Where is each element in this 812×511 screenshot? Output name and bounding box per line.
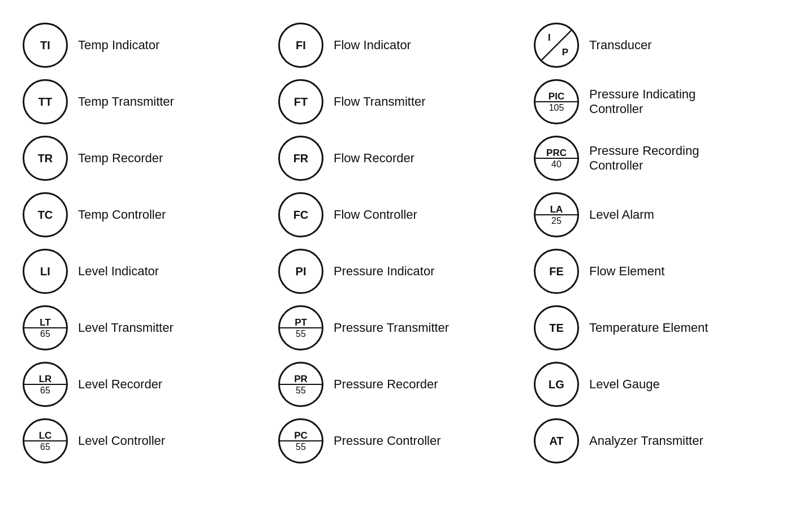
symbol-TE: TE xyxy=(534,305,579,350)
symbol-bottom-PRC: 40 xyxy=(551,160,562,169)
symbol-top-LC: LC xyxy=(39,431,52,440)
symbol-top-LT: LT xyxy=(40,318,51,327)
symbol-TI: TI xyxy=(23,23,68,68)
symbol-PT: PT55 xyxy=(278,305,323,350)
label-TT: Temp Transmitter xyxy=(78,94,174,109)
symbol-text-TE: TE xyxy=(549,322,564,334)
symbol-text-FR: FR xyxy=(293,153,309,164)
symbol-top-LR: LR xyxy=(39,374,52,384)
symbol-PR: PR55 xyxy=(278,362,323,407)
row-LT: LT65Level Transmitter xyxy=(23,300,278,356)
symbol-TT: TT xyxy=(23,79,68,124)
symbol-LC: LC65 xyxy=(23,418,68,464)
symbol-top-PIC: PIC xyxy=(548,92,564,101)
symbol-top-PC: PC xyxy=(294,431,308,440)
symbol-bottom-PR: 55 xyxy=(296,386,306,395)
row-IP: IPTransducer xyxy=(534,17,789,73)
symbol-top-PRC: PRC xyxy=(546,148,567,158)
row-LR: LR65Level Recorder xyxy=(23,356,278,413)
symbol-top-PR: PR xyxy=(294,374,308,384)
symbol-text-TR: TR xyxy=(38,153,53,164)
row-FE: FEFlow Element xyxy=(534,243,789,300)
row-FR: FRFlow Recorder xyxy=(278,130,534,187)
label-TI: Temp Indicator xyxy=(78,38,159,53)
symbol-IP: IP xyxy=(534,23,579,68)
row-TC: TCTemp Controller xyxy=(23,187,278,243)
row-FT: FTFlow Transmitter xyxy=(278,73,534,130)
symbol-PI: PI xyxy=(278,249,323,294)
symbol-text-AT: AT xyxy=(549,435,563,447)
symbol-bottom-LC: 65 xyxy=(40,443,50,452)
label-TR: Temp Recorder xyxy=(78,151,163,166)
row-TR: TRTemp Recorder xyxy=(23,130,278,187)
label-PRC: Pressure RecordingController xyxy=(589,144,699,174)
symbol-FE: FE xyxy=(534,249,579,294)
symbol-PC: PC55 xyxy=(278,418,323,464)
label-FE: Flow Element xyxy=(589,264,664,279)
symbol-TC: TC xyxy=(23,192,68,237)
column-1: TITemp IndicatorTTTemp TransmitterTRTemp… xyxy=(23,17,278,469)
symbol-AT: AT xyxy=(534,418,579,464)
symbol-FR: FR xyxy=(278,136,323,181)
row-FC: FCFlow Controller xyxy=(278,187,534,243)
label-LC: Level Controller xyxy=(78,434,165,448)
row-AT: ATAnalyzer Transmitter xyxy=(534,413,789,469)
symbol-FI: FI xyxy=(278,23,323,68)
symbol-LT: LT65 xyxy=(23,305,68,350)
symbol-FC: FC xyxy=(278,192,323,237)
symbol-top-PT: PT xyxy=(295,318,307,327)
row-PR: PR55Pressure Recorder xyxy=(278,356,534,413)
symbol-text-FT: FT xyxy=(294,96,308,107)
row-LA: LA25Level Alarm xyxy=(534,187,789,243)
symbol-text-LG: LG xyxy=(548,379,564,390)
symbol-bottom-PIC: 105 xyxy=(549,103,564,112)
label-LI: Level Indicator xyxy=(78,264,159,279)
symbol-bottom-LT: 65 xyxy=(40,330,50,339)
symbol-PRC: PRC40 xyxy=(534,136,579,181)
label-LG: Level Gauge xyxy=(589,377,660,392)
row-PRC: PRC40Pressure RecordingController xyxy=(534,130,789,187)
row-TI: TITemp Indicator xyxy=(23,17,278,73)
label-FI: Flow Indicator xyxy=(334,38,411,53)
label-FR: Flow Recorder xyxy=(334,151,414,166)
symbol-bottom-LR: 65 xyxy=(40,386,50,395)
symbol-LI: LI xyxy=(23,249,68,294)
label-IP: Transducer xyxy=(589,38,651,53)
symbol-LG: LG xyxy=(534,362,579,407)
instrument-legend-grid: TITemp IndicatorTTTemp TransmitterTRTemp… xyxy=(23,17,789,469)
label-LA: Level Alarm xyxy=(589,207,654,222)
symbol-text-FI: FI xyxy=(296,40,306,51)
row-LG: LGLevel Gauge xyxy=(534,356,789,413)
symbol-text-TT: TT xyxy=(38,96,52,107)
label-LT: Level Transmitter xyxy=(78,321,174,335)
row-TT: TTTemp Transmitter xyxy=(23,73,278,130)
label-PT: Pressure Transmitter xyxy=(334,321,449,335)
row-FI: FIFlow Indicator xyxy=(278,17,534,73)
symbol-LR: LR65 xyxy=(23,362,68,407)
symbol-text-TC: TC xyxy=(38,209,53,220)
symbol-LA: LA25 xyxy=(534,192,579,237)
symbol-text-LI: LI xyxy=(40,266,50,277)
label-PR: Pressure Recorder xyxy=(334,377,438,392)
label-TC: Temp Controller xyxy=(78,207,166,222)
symbol-top-LA: LA xyxy=(550,205,563,214)
symbol-bottom-PT: 55 xyxy=(296,330,306,339)
symbol-text-FE: FE xyxy=(549,266,564,277)
symbol-TR: TR xyxy=(23,136,68,181)
row-TE: TETemperature Element xyxy=(534,300,789,356)
row-PI: PIPressure Indicator xyxy=(278,243,534,300)
symbol-bottom-PC: 55 xyxy=(296,443,306,452)
label-FC: Flow Controller xyxy=(334,207,417,222)
row-LI: LILevel Indicator xyxy=(23,243,278,300)
symbol-text-TI: TI xyxy=(40,40,50,51)
row-PC: PC55Pressure Controller xyxy=(278,413,534,469)
label-AT: Analyzer Transmitter xyxy=(589,434,703,448)
column-3: IPTransducerPIC105Pressure IndicatingCon… xyxy=(534,17,789,469)
symbol-bottom-LA: 25 xyxy=(551,216,562,226)
transducer-top: I xyxy=(548,32,551,44)
row-PT: PT55Pressure Transmitter xyxy=(278,300,534,356)
label-PI: Pressure Indicator xyxy=(334,264,435,279)
symbol-FT: FT xyxy=(278,79,323,124)
label-PC: Pressure Controller xyxy=(334,434,441,448)
label-FT: Flow Transmitter xyxy=(334,94,426,109)
